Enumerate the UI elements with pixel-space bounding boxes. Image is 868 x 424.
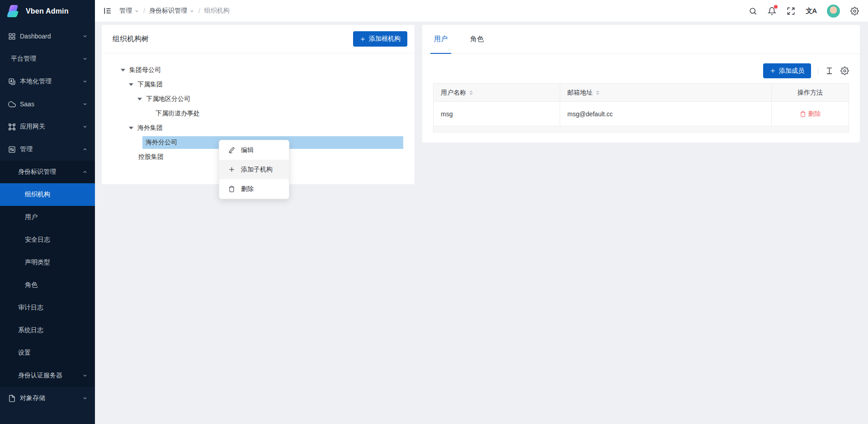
- cell-username: msg: [434, 102, 560, 126]
- delete-member-button[interactable]: 删除: [800, 110, 821, 118]
- breadcrumb-item-management[interactable]: 管理: [119, 7, 139, 15]
- context-menu-edit[interactable]: 编辑: [219, 140, 289, 160]
- context-menu-add-child[interactable]: 添加子机构: [219, 160, 289, 179]
- sidebar-item-saas[interactable]: Saas: [0, 93, 95, 115]
- sidebar-collapse-icon[interactable]: [103, 6, 112, 15]
- gateway-icon: [8, 123, 16, 131]
- sidebar-item-label: 声明类型: [25, 258, 50, 267]
- tree-node-sub-group[interactable]: 下属集团: [102, 77, 415, 92]
- sidebar-item-label: 系统日志: [18, 326, 43, 334]
- chevron-down-icon: [82, 33, 88, 39]
- sidebar-item-label: 用户: [25, 213, 38, 221]
- tree-node-label: 集团母公司: [129, 66, 161, 74]
- context-menu-label: 删除: [241, 185, 254, 193]
- sidebar-item-label: 管理: [20, 145, 33, 153]
- sidebar-item-label: 对象存储: [20, 394, 45, 402]
- avatar[interactable]: [827, 5, 840, 18]
- gear-icon[interactable]: [850, 7, 859, 15]
- fullscreen-icon[interactable]: [787, 7, 795, 15]
- search-icon[interactable]: [749, 7, 757, 15]
- table-row[interactable]: msg msg@default.cc 删除: [433, 102, 849, 126]
- sidebar-item-audit-log[interactable]: 审计日志: [0, 296, 95, 319]
- notification-button[interactable]: [768, 7, 776, 15]
- members-toolbar: 添加成员: [422, 63, 860, 78]
- sidebar-item-users[interactable]: 用户: [0, 206, 95, 229]
- tree-node-group-parent[interactable]: 集团母公司: [102, 63, 415, 77]
- tab-users[interactable]: 用户: [433, 25, 448, 53]
- locale-switch-icon[interactable]: 文A: [806, 7, 816, 15]
- add-member-button[interactable]: 添加成员: [763, 63, 811, 78]
- sidebar-item-management[interactable]: 管理: [0, 138, 95, 161]
- context-menu-delete[interactable]: 删除: [219, 179, 289, 199]
- breadcrumb-item-identity-mgmt[interactable]: 身份标识管理: [149, 7, 194, 15]
- members-panel: 用户 角色 添加成员 用户名称 邮箱地址 操作方法 msg msg: [422, 25, 860, 143]
- sidebar-item-organization[interactable]: 组织机构: [0, 183, 95, 206]
- caret-down-icon[interactable]: [137, 98, 142, 100]
- sidebar-item-identity-server[interactable]: 身份认证服务器: [0, 364, 95, 387]
- sidebar-item-dashboard[interactable]: Dashboard: [0, 25, 95, 48]
- sidebar-item-label: 平台管理: [11, 55, 36, 63]
- tree-node-label: 海外集团: [137, 124, 163, 132]
- breadcrumb-label: 管理: [119, 7, 132, 15]
- members-tabs: 用户 角色: [422, 25, 860, 54]
- chevron-down-icon: [82, 79, 88, 84]
- tree-node-label: 下属地区分公司: [146, 95, 190, 103]
- tree-node-label: 下属街道办事处: [156, 110, 200, 118]
- header-actions: 文A: [749, 5, 862, 18]
- caret-down-icon[interactable]: [121, 69, 125, 71]
- sidebar-item-label: 应用网关: [20, 123, 45, 131]
- tree-node-street-office[interactable]: 下属街道办事处: [102, 106, 415, 121]
- dashboard-grid-icon: [8, 33, 16, 40]
- chevron-up-icon: [82, 169, 88, 175]
- sidebar-item-localization[interactable]: 本地化管理: [0, 70, 95, 93]
- file-icon: [8, 395, 16, 402]
- top-header: 管理 / 身份标识管理 / 组织机构 文A: [95, 0, 868, 22]
- sidebar-item-claim-types[interactable]: 声明类型: [0, 251, 95, 274]
- column-settings-gear-icon[interactable]: [840, 67, 849, 75]
- sort-carets-icon[interactable]: [469, 91, 473, 95]
- column-header-email[interactable]: 邮箱地址: [560, 84, 772, 101]
- tab-roles[interactable]: 角色: [469, 25, 485, 53]
- chevron-down-icon: [82, 56, 88, 62]
- breadcrumb: 管理 / 身份标识管理 / 组织机构: [119, 7, 230, 15]
- column-header-label: 邮箱地址: [567, 89, 593, 97]
- sidebar-item-platform-mgmt[interactable]: 平台管理: [0, 48, 95, 70]
- row-height-icon[interactable]: [825, 67, 834, 75]
- plus-icon: [360, 36, 366, 42]
- pencil-icon: [228, 147, 235, 153]
- tree-node-label: 下属集团: [137, 81, 163, 89]
- chevron-down-icon: [134, 9, 139, 14]
- sidebar-item-settings[interactable]: 设置: [0, 342, 95, 364]
- sidebar-item-label: 角色: [25, 281, 38, 289]
- tree-node-regional-branch[interactable]: 下属地区分公司: [102, 92, 415, 106]
- column-header-username[interactable]: 用户名称: [434, 84, 560, 101]
- chevron-down-icon: [189, 9, 194, 14]
- sidebar-item-label: 本地化管理: [20, 77, 52, 86]
- sidebar-item-app-gateway[interactable]: 应用网关: [0, 115, 95, 138]
- tree-node-overseas-group[interactable]: 海外集团: [102, 121, 415, 135]
- plus-icon: [228, 166, 235, 173]
- sidebar: Vben Admin Dashboard 平台管理 本地化管理 Saas 应用网…: [0, 0, 95, 424]
- breadcrumb-label: 组织机构: [204, 7, 230, 15]
- sidebar-item-security-log[interactable]: 安全日志: [0, 229, 95, 251]
- chevron-down-icon: [82, 124, 88, 129]
- panel-title: 组织机构树: [113, 34, 149, 44]
- chevron-down-icon: [82, 373, 88, 378]
- caret-down-icon[interactable]: [129, 83, 133, 86]
- sidebar-item-label: 设置: [18, 349, 31, 357]
- sort-carets-icon[interactable]: [596, 91, 599, 95]
- logo-icon: [8, 5, 21, 18]
- sidebar-item-identity-mgmt[interactable]: 身份标识管理: [0, 161, 95, 183]
- sidebar-item-label: 组织机构: [25, 191, 50, 199]
- chevron-down-icon: [82, 101, 88, 107]
- sidebar-item-roles[interactable]: 角色: [0, 274, 95, 296]
- notification-dot: [774, 5, 778, 9]
- sidebar-item-object-storage[interactable]: 对象存储: [0, 387, 95, 410]
- app-logo[interactable]: Vben Admin: [0, 0, 95, 22]
- breadcrumb-separator: /: [198, 7, 200, 14]
- caret-down-icon[interactable]: [129, 127, 133, 129]
- sidebar-item-system-log[interactable]: 系统日志: [0, 319, 95, 342]
- add-root-org-button[interactable]: 添加根机构: [353, 31, 407, 47]
- sidebar-menu: Dashboard 平台管理 本地化管理 Saas 应用网关 管理: [0, 22, 95, 410]
- sidebar-item-label: 安全日志: [25, 236, 50, 244]
